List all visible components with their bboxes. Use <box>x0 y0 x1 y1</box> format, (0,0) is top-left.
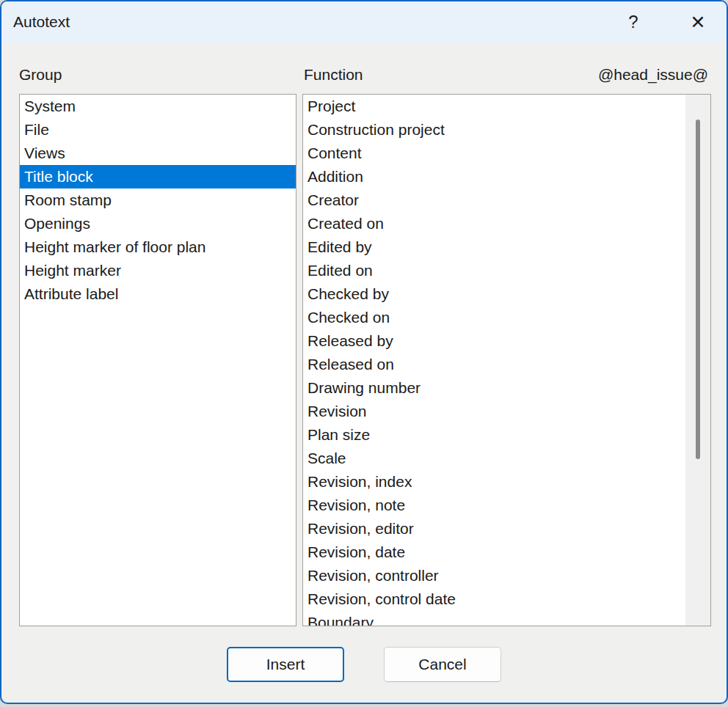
function-listbox[interactable]: ProjectConstruction projectContentAdditi… <box>302 94 711 626</box>
help-button[interactable]: ? <box>618 7 649 37</box>
group-list-item[interactable]: Height marker <box>20 259 296 282</box>
group-list-item[interactable]: File <box>20 118 296 142</box>
function-list-item[interactable]: Released on <box>303 353 710 376</box>
function-list-item[interactable]: Released by <box>303 329 710 353</box>
group-list-item[interactable]: Attribute label <box>20 282 296 306</box>
button-row: Insert Cancel <box>1 647 727 682</box>
close-icon: ✕ <box>691 12 706 33</box>
group-list-item[interactable]: Height marker of floor plan <box>20 235 296 259</box>
group-label: Group <box>19 66 62 84</box>
function-list-item[interactable]: Revision, controller <box>303 564 710 587</box>
dialog-title: Autotext <box>13 13 70 31</box>
function-list-item[interactable]: Revision <box>303 400 710 423</box>
function-list-item[interactable]: Revision, index <box>303 470 710 494</box>
group-listbox[interactable]: SystemFileViewsTitle blockRoom stampOpen… <box>19 94 296 626</box>
titlebar-controls: ? ✕ <box>618 1 713 43</box>
scrollbar-thumb[interactable] <box>696 120 700 459</box>
function-list-item[interactable]: Plan size <box>303 423 710 447</box>
function-list-item[interactable]: Checked on <box>303 306 710 329</box>
group-list-item[interactable]: Openings <box>20 212 296 235</box>
function-list-item[interactable]: Creator <box>303 188 710 212</box>
group-list-item[interactable]: System <box>20 95 296 118</box>
function-list-scrollbar[interactable] <box>685 95 710 626</box>
function-list-item[interactable]: Construction project <box>303 118 710 142</box>
head-issue-label: @head_issue@ <box>598 66 708 84</box>
function-list-item[interactable]: Revision, date <box>303 541 710 564</box>
function-list-item[interactable]: Drawing number <box>303 376 710 400</box>
function-list-item[interactable]: Revision, editor <box>303 517 710 541</box>
function-list-item[interactable]: Revision, control date <box>303 587 710 611</box>
group-list-item[interactable]: Title block <box>20 165 296 188</box>
function-list-item[interactable]: Project <box>303 95 710 118</box>
function-list-item[interactable]: Revision, note <box>303 494 710 517</box>
close-button[interactable]: ✕ <box>682 7 713 37</box>
function-list-item[interactable]: Edited on <box>303 259 710 282</box>
autotext-dialog: Autotext ? ✕ Group Function @head_issue@… <box>0 0 728 704</box>
function-label: Function <box>304 66 363 84</box>
titlebar[interactable]: Autotext ? ✕ <box>1 1 727 43</box>
cancel-button[interactable]: Cancel <box>384 647 501 682</box>
help-icon: ? <box>628 12 638 32</box>
function-list-item[interactable]: Checked by <box>303 282 710 306</box>
function-list-item[interactable]: Addition <box>303 165 710 188</box>
function-list-item[interactable]: Boundary <box>303 611 710 626</box>
function-list-item[interactable]: Scale <box>303 447 710 470</box>
function-list-item[interactable]: Created on <box>303 212 710 235</box>
function-list-item[interactable]: Content <box>303 142 710 165</box>
insert-button[interactable]: Insert <box>227 647 344 682</box>
function-list-item[interactable]: Edited by <box>303 235 710 259</box>
group-list-item[interactable]: Room stamp <box>20 188 296 212</box>
function-list-rows: ProjectConstruction projectContentAdditi… <box>303 95 710 626</box>
group-list-item[interactable]: Views <box>20 142 296 165</box>
